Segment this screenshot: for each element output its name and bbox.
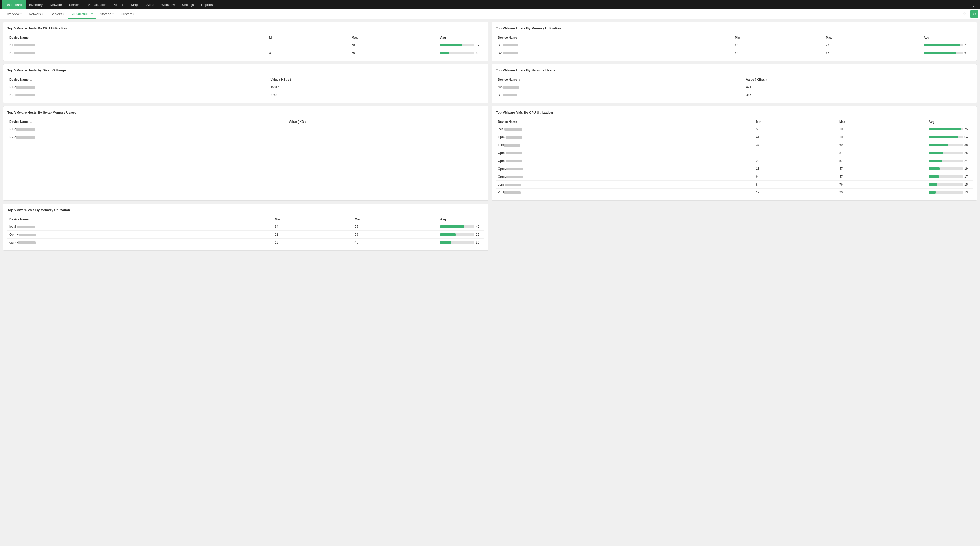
avg-bar: 42 — [440, 225, 482, 228]
widget-swap-title: Top VMware Hosts By Swap Memory Usage — [7, 110, 484, 115]
sub-overview[interactable]: Overview ▾ — [2, 9, 25, 19]
device-name-label: Virt1 — [498, 191, 504, 194]
device-name-label: Itom — [498, 143, 504, 147]
redacted-text — [506, 160, 522, 162]
redacted-text — [505, 183, 522, 186]
redacted-text — [18, 226, 35, 228]
device-name-label: N2- — [498, 85, 503, 89]
nav-more-button[interactable]: ⋮ — [969, 2, 978, 7]
table-row: Opme 647 17 — [496, 173, 973, 181]
nav-virtualization[interactable]: Virtualization — [84, 0, 110, 9]
redacted-text — [506, 136, 522, 138]
avg-bar: 19 — [929, 167, 970, 170]
redacted-text — [506, 176, 523, 178]
nav-reports[interactable]: Reports — [197, 0, 216, 9]
device-name-label: Opme — [498, 167, 506, 170]
device-name-label: N1- — [10, 43, 14, 47]
device-name-label: N2- — [498, 51, 503, 55]
widget-network-usage: Top VMware Hosts By Network Usage Device… — [492, 64, 977, 103]
device-name-label: N2-o — [10, 135, 16, 139]
redacted-text — [504, 128, 522, 131]
table-row: N2-o 0 — [7, 133, 484, 141]
avg-bar: 61 — [924, 51, 970, 55]
sub-network[interactable]: Network ▾ — [25, 9, 47, 19]
col-max: Max — [837, 118, 927, 125]
table-row: localh 3455 42 — [7, 223, 484, 231]
col-value: Value ( KBps ) — [269, 76, 484, 83]
redacted-text — [503, 86, 519, 89]
table-row: N1- 68 77 71 — [496, 41, 973, 49]
device-name-label: N1- — [498, 43, 503, 47]
redacted-text — [14, 44, 35, 46]
favorite-button[interactable]: ☆ — [961, 10, 968, 18]
widget-disk-io: Top VMware Hosts by Disk I/O Usage Devic… — [3, 64, 488, 103]
nav-settings[interactable]: Settings — [178, 0, 197, 9]
table-row: Opm- 2057 24 — [496, 157, 973, 165]
col-avg: Avg — [438, 34, 484, 41]
top-navigation: Dashboard Inventory Network Servers Virt… — [0, 0, 980, 9]
table-row: Opm-v 2159 27 — [7, 231, 484, 239]
sort-icon: ▲ — [518, 79, 520, 81]
col-min: Min — [267, 34, 349, 41]
table-row: N1-o 0 — [7, 125, 484, 133]
nav-servers[interactable]: Servers — [65, 0, 84, 9]
avg-bar: 13 — [929, 191, 970, 194]
sort-icon: ▲ — [30, 79, 32, 81]
col-min: Min — [733, 34, 824, 41]
avg-bar: 17 — [440, 43, 482, 47]
redacted-text — [503, 52, 518, 54]
device-name-label: N1-o — [10, 127, 16, 131]
redacted-text — [16, 128, 35, 131]
nav-apps[interactable]: Apps — [143, 0, 158, 9]
col-max: Max — [350, 34, 438, 41]
nav-dashboard[interactable]: Dashboard — [2, 0, 25, 9]
table-row: N1- 385 — [496, 91, 973, 99]
sub-storage[interactable]: Storage ▾ — [96, 9, 118, 19]
nav-inventory[interactable]: Inventory — [25, 0, 46, 9]
nav-network[interactable]: Network — [46, 0, 65, 9]
device-name-label: N1-o — [10, 85, 16, 89]
avg-bar: 15 — [929, 183, 970, 186]
widget-disk-title: Top VMware Hosts by Disk I/O Usage — [7, 68, 484, 72]
memory-table: Device Name Min Max Avg N1- 68 77 — [496, 34, 973, 57]
widget-cpu-title: Top VMware Hosts By CPU Utilization — [7, 26, 484, 30]
widget-vm-memory-title: Top VMware VMs By Memory Utilization — [7, 208, 484, 212]
device-name-label: Opm- — [498, 159, 506, 162]
redacted-text — [19, 234, 37, 236]
vm-cpu-table: Device Name Min Max Avg local 59100 75 O… — [496, 118, 973, 196]
widget-vm-cpu-title: Top VMware VMs By CPU Utilization — [496, 110, 973, 115]
col-avg: Avg — [921, 34, 973, 41]
widget-vm-memory: Top VMware VMs By Memory Utilization Dev… — [3, 204, 488, 251]
sub-virtualization[interactable]: Virtualization ▾ — [68, 9, 96, 19]
col-device-name: Device Name ▲ — [7, 118, 287, 125]
chevron-down-icon: ▾ — [42, 13, 43, 15]
widget-memory-title: Top VMware Hosts By Memory Utilization — [496, 26, 973, 30]
col-device-name: Device Name ▲ — [496, 76, 744, 83]
sub-custom[interactable]: Custom ▾ — [117, 9, 138, 19]
widget-memory-utilization: Top VMware Hosts By Memory Utilization D… — [492, 22, 977, 61]
redacted-text — [503, 44, 518, 46]
device-name-label: opm- — [498, 183, 505, 186]
sub-servers[interactable]: Servers ▾ — [47, 9, 68, 19]
redacted-text — [504, 144, 520, 146]
nav-maps[interactable]: Maps — [127, 0, 143, 9]
table-row: Virt1 1220 13 — [496, 189, 973, 197]
col-device-name: Device Name ▲ — [7, 76, 269, 83]
redacted-text — [14, 52, 35, 54]
table-row: local 59100 75 — [496, 125, 973, 133]
device-name-label: N2- — [10, 51, 14, 55]
device-name-label: localh — [10, 225, 18, 228]
nav-alarms[interactable]: Alarms — [110, 0, 127, 9]
dashboard-settings-button[interactable]: ⚙ — [970, 10, 978, 18]
avg-bar: 8 — [440, 51, 482, 55]
nav-workflow[interactable]: Workflow — [158, 0, 178, 9]
avg-bar: 71 — [924, 43, 970, 47]
table-row: N1- 1 58 17 — [7, 41, 484, 49]
avg-bar: 20 — [440, 241, 482, 244]
avg-bar: 24 — [929, 159, 970, 162]
col-avg: Avg — [927, 118, 973, 125]
col-device-name: Device Name — [7, 34, 267, 41]
device-name-label: N1- — [498, 93, 503, 97]
table-row: Opm- 181 25 — [496, 149, 973, 157]
disk-table: Device Name ▲ Value ( KBps ) N1-o 15817 … — [7, 76, 484, 99]
